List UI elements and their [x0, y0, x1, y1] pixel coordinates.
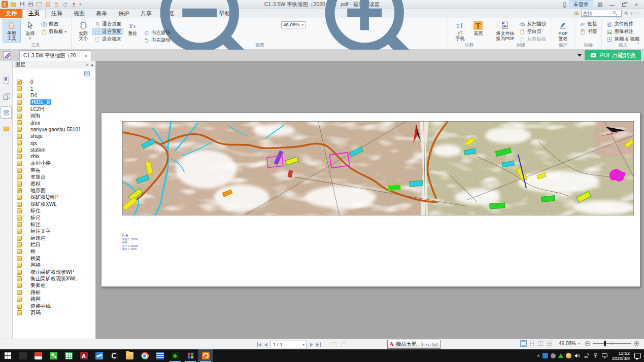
layer-item[interactable]: 地形图	[17, 187, 95, 194]
zoom-level-combo[interactable]: 46.08%▾	[281, 21, 306, 28]
search-magnifier-icon[interactable]	[612, 10, 618, 16]
layer-item[interactable]: 1	[17, 85, 95, 92]
status-zoom-value[interactable]: 46.08%	[559, 341, 576, 346]
layer-item[interactable]: 标住	[17, 207, 95, 214]
layer-visibility-checkbox[interactable]	[17, 120, 22, 125]
layer-item[interactable]: shuju	[17, 133, 95, 139]
usb-device-icon[interactable]	[592, 352, 599, 359]
layer-item[interactable]: 桥梁	[17, 255, 95, 262]
layer-visibility-checkbox[interactable]	[17, 202, 22, 207]
search-input[interactable]	[583, 11, 612, 16]
layer-item[interactable]: 图框	[17, 180, 95, 187]
from-scanner-button[interactable]: 从扫描仪	[517, 21, 548, 27]
undo-icon[interactable]	[53, 1, 60, 8]
layer-item[interactable]: 路网	[17, 296, 95, 303]
tab-close-icon[interactable]: ×	[84, 53, 87, 59]
volume-icon[interactable]	[574, 352, 581, 359]
layer-visibility-checkbox[interactable]	[17, 140, 22, 146]
collapse-ribbon-icon[interactable]: ⌃	[636, 42, 640, 47]
ime-name[interactable]: 极品五笔	[396, 341, 417, 348]
wps-spreadsheet-icon[interactable]	[61, 349, 76, 362]
continuous-facing-view-icon[interactable]	[546, 340, 553, 347]
layer-item[interactable]: 桥	[17, 248, 95, 255]
pinned-app-icon[interactable]	[15, 349, 30, 362]
fit-width-button[interactable]: 适合宽度	[92, 28, 123, 35]
snapshot-button[interactable]: 截图	[39, 21, 69, 27]
menu-tab-3[interactable]: 注释	[46, 9, 68, 18]
find-next-icon[interactable]: ▷	[639, 11, 642, 16]
connected-pdf-icon[interactable]	[561, 2, 568, 8]
layer-item[interactable]: 变坡点	[17, 173, 95, 180]
pages-panel-icon[interactable]	[1, 90, 12, 102]
layer-item[interactable]: station	[17, 147, 95, 153]
layer-visibility-checkbox[interactable]	[17, 106, 22, 112]
open-file-icon[interactable]	[10, 1, 17, 8]
menu-tab-5[interactable]: 表单	[90, 9, 113, 18]
layer-visibility-checkbox[interactable]	[17, 168, 22, 173]
layer-item[interactable]: 标尺	[17, 214, 95, 221]
layer-visibility-checkbox[interactable]	[17, 174, 22, 179]
layer-visibility-checkbox[interactable]	[17, 148, 22, 153]
page-number-field[interactable]: 1 / 1▾	[270, 341, 307, 348]
menu-tab-1[interactable]: 文件	[0, 9, 22, 18]
doc-convert-icon[interactable]	[45, 1, 51, 8]
layer-visibility-checkbox[interactable]	[17, 276, 22, 281]
ime-keyboard-icon[interactable]	[431, 342, 438, 347]
link-button[interactable]: 链接	[578, 21, 599, 27]
convert-to-pdf-button[interactable]: 将文件转换为PDF	[493, 19, 517, 43]
tray-app-blue-icon[interactable]	[543, 353, 548, 358]
layer-visibility-checkbox[interactable]	[17, 134, 22, 139]
select-tool-button[interactable]: 选择▾	[21, 19, 39, 43]
image-annotation-button[interactable]: 图像标注	[604, 28, 641, 35]
layer-item[interactable]: 探矿权QWP	[17, 194, 95, 201]
layer-visibility-checkbox[interactable]	[17, 154, 22, 159]
facing-view-icon[interactable]	[537, 340, 544, 347]
ime-punct-icon[interactable]: ·‚	[426, 342, 429, 347]
layer-item[interactable]: 要素桩	[17, 282, 95, 289]
takeout-app-icon[interactable]	[30, 349, 46, 362]
layer-visibility-checkbox[interactable]	[17, 127, 22, 132]
blank-page-button[interactable]: 空白页	[517, 28, 548, 35]
windows-start-icon[interactable]	[0, 349, 15, 362]
login-button[interactable]: 未登录	[569, 0, 593, 9]
layer-visibility-checkbox[interactable]	[17, 263, 22, 268]
layer-item[interactable]: 道路中线	[17, 303, 95, 309]
layer-visibility-checkbox[interactable]	[17, 236, 22, 241]
layer-item[interactable]: 路标	[17, 289, 95, 296]
print-icon[interactable]	[27, 1, 34, 8]
layer-visibility-checkbox[interactable]	[17, 215, 22, 221]
last-page-button[interactable]	[316, 342, 321, 347]
highlight-button[interactable]: T 高亮	[469, 19, 487, 43]
tray-app-gray-icon[interactable]	[551, 353, 556, 358]
layer-item[interactable]: 网格	[17, 262, 95, 269]
menu-tab-2[interactable]: 主页	[22, 9, 46, 18]
layer-item[interactable]: nanyue gaoshu-55101	[17, 126, 95, 133]
tray-security-icon[interactable]	[566, 353, 571, 358]
restore-button[interactable]	[619, 1, 630, 9]
zoom-slider-handle[interactable]	[604, 341, 606, 346]
layer-visibility-checkbox[interactable]	[17, 80, 22, 85]
single-page-view-icon[interactable]	[520, 340, 527, 347]
layer-item[interactable]: sjx	[17, 140, 95, 147]
layer-item[interactable]: D4	[17, 92, 95, 99]
ime-fullhalf-icon[interactable]: ☽	[419, 342, 424, 347]
zoom-slider-track[interactable]	[593, 343, 631, 344]
clipboard-button[interactable]: 剪贴板 ▾	[39, 28, 69, 35]
layer-item[interactable]: 农间小路	[17, 160, 95, 167]
close-button[interactable]: ×	[631, 1, 642, 9]
apps-grid-icon[interactable]	[594, 1, 605, 9]
layers-panel-icon[interactable]	[1, 106, 12, 119]
pdf-convert-button[interactable]: PDF万能转换	[585, 50, 641, 60]
layer-visibility-checkbox[interactable]	[17, 270, 22, 275]
wps-writer-icon[interactable]	[152, 349, 167, 362]
autocad-icon[interactable]: A	[76, 349, 91, 362]
tab-list-dropdown-icon[interactable]	[578, 54, 582, 57]
browser-dark-icon[interactable]	[107, 349, 122, 362]
layer-visibility-checkbox[interactable]	[17, 222, 22, 227]
layer-visibility-checkbox[interactable]	[17, 195, 22, 200]
hand-tool-button[interactable]: 手型工具	[3, 19, 21, 43]
pin-panel-icon[interactable]: »	[85, 62, 88, 67]
chrome-icon[interactable]	[137, 349, 152, 362]
previous-view-icon[interactable]	[331, 341, 337, 348]
layer-item[interactable]: WIN	[17, 113, 95, 119]
